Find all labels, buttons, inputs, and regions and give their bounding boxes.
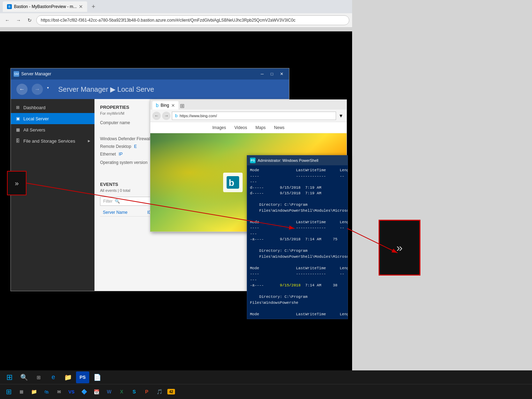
taskbar-bottom-vscode[interactable]: VS bbox=[66, 386, 77, 398]
browser-chrome: B Bastion - MyBastionPreview - m... ✕ + … bbox=[0, 0, 352, 28]
ps-app-icon: PS bbox=[250, 158, 256, 163]
ps-line: Files\WindowsPowerShell\Modules\Microsof… bbox=[250, 208, 345, 214]
search-icon: 🔍 bbox=[115, 199, 120, 204]
prop-label-ethernet: Ethernet bbox=[100, 152, 116, 157]
sidebar-item-dashboard[interactable]: ⊞ Dashboard bbox=[11, 102, 94, 113]
bing-dropdown-button[interactable]: ▾ bbox=[337, 112, 344, 119]
bing-tab-label: Bing bbox=[161, 103, 169, 108]
right-expand-button[interactable]: » bbox=[379, 220, 420, 276]
bing-url-bar[interactable]: b https://www.bing.com/ bbox=[172, 112, 336, 120]
ps-title-bar: PS Administrator: Windows PowerShell bbox=[247, 156, 348, 165]
col-server-name[interactable]: Server Name bbox=[100, 209, 144, 217]
taskbar-bottom-row: ⊞ ▦ 📁 🛍 ✉ VS 🔷 📆 W X S P 🎵 42 bbox=[0, 384, 532, 399]
sidebar-item-label-storage: File and Storage Services bbox=[23, 138, 75, 144]
file-storage-icon: 🗄 bbox=[15, 138, 21, 144]
svg-text:b: b bbox=[229, 178, 234, 188]
ps-line: Mode LastWriteTime Lengt bbox=[250, 219, 345, 225]
forward-button[interactable]: → bbox=[14, 16, 23, 25]
taskbar-bottom-powerpoint[interactable]: P bbox=[141, 386, 153, 398]
left-chevron-icon: » bbox=[15, 179, 18, 187]
taskbar-windows-button[interactable]: ⊞ bbox=[3, 371, 16, 383]
taskbar-bottom-store[interactable]: 🛍 bbox=[40, 386, 52, 398]
ps-line bbox=[250, 288, 345, 294]
breadcrumb-prefix: Server Manager bbox=[58, 85, 108, 93]
prop-label-computer: Computer name bbox=[100, 120, 130, 125]
ps-line: Directory: C:\Program bbox=[250, 248, 345, 254]
refresh-button[interactable]: ↻ bbox=[25, 16, 34, 25]
left-expand-button[interactable]: » bbox=[7, 171, 26, 195]
taskbar-bottom-taskview[interactable]: ▦ bbox=[15, 386, 27, 398]
taskbar-search-button[interactable]: 🔍 bbox=[17, 371, 31, 383]
ps-line: d----- 9/15/2018 7:19 AM bbox=[250, 190, 345, 196]
taskbar-ie-button[interactable]: e bbox=[47, 371, 60, 383]
back-button[interactable]: ← bbox=[3, 16, 12, 25]
bing-nav-maps[interactable]: Maps bbox=[256, 125, 266, 130]
taskbar-bottom-excel[interactable]: X bbox=[116, 386, 128, 398]
taskbar-bottom-skype[interactable]: S bbox=[128, 386, 140, 398]
tab-favicon: B bbox=[7, 4, 12, 9]
powershell-window: PS Administrator: Windows PowerShell Mod… bbox=[247, 155, 348, 319]
bing-tab-close[interactable]: ✕ bbox=[171, 103, 175, 108]
tab-bar: B Bastion - MyBastionPreview - m... ✕ + bbox=[0, 0, 352, 13]
taskbar-powershell-button[interactable]: PS bbox=[76, 371, 89, 383]
sidebar-item-all-servers[interactable]: ▦ All Servers bbox=[11, 124, 94, 135]
taskbar-bottom-word[interactable]: W bbox=[103, 386, 115, 398]
taskbar-task-view-button[interactable]: ⊞ bbox=[32, 371, 45, 383]
sm-forward-button[interactable]: → bbox=[32, 84, 43, 95]
bing-nav-bar: Images Videos Maps News bbox=[150, 122, 347, 133]
browser-tab[interactable]: B Bastion - MyBastionPreview - m... ✕ bbox=[3, 1, 87, 12]
sm-maximize-button[interactable]: □ bbox=[267, 70, 276, 77]
bing-nav-videos[interactable]: Videos bbox=[234, 125, 247, 130]
bing-logo-b: b bbox=[223, 173, 243, 192]
right-chevron-icon: » bbox=[396, 241, 403, 254]
bing-toolbar: ← → b https://www.bing.com/ ▾ bbox=[150, 110, 347, 122]
ps-line: ---- ------------- ----- bbox=[250, 271, 345, 283]
taskbar-bottom-explorer[interactable]: 📁 bbox=[28, 386, 40, 398]
sidebar-item-local-server[interactable]: ▣ Local Server bbox=[11, 113, 94, 124]
taskbar-docs-button[interactable]: 📄 bbox=[91, 371, 104, 383]
ps-line: ---- ------------- ----- bbox=[250, 225, 345, 236]
bing-back-button[interactable]: ← bbox=[152, 112, 161, 120]
bing-forward-button[interactable]: → bbox=[162, 112, 170, 120]
taskbar-bottom-mail[interactable]: ✉ bbox=[53, 386, 65, 398]
bing-tab[interactable]: b Bing ✕ bbox=[152, 101, 178, 110]
url-text: https://bst-c3e7cf82-f361-42cc-a780-5ba9… bbox=[41, 18, 295, 23]
sidebar-item-file-storage[interactable]: 🗄 File and Storage Services bbox=[11, 135, 94, 146]
sm-minimize-button[interactable]: ─ bbox=[258, 70, 267, 77]
taskbar-bottom-windows[interactable]: ⊞ bbox=[3, 386, 15, 398]
sm-header: ← → ▾ Server Manager ▶ Local Serve bbox=[11, 80, 289, 99]
breadcrumb-page: Local Serve bbox=[117, 85, 154, 93]
bing-nav-images[interactable]: Images bbox=[212, 125, 226, 130]
tab-close-button[interactable]: ✕ bbox=[79, 4, 83, 9]
taskbar: ⊞ 🔍 ⊞ e 📁 PS 📄 ⊞ ▦ 📁 🛍 ✉ VS 🔷 📆 W X S P … bbox=[0, 370, 532, 399]
local-server-icon: ▣ bbox=[15, 116, 21, 121]
bing-tab-bar: b Bing ✕ ⊞ bbox=[150, 100, 347, 110]
taskbar-top-row: ⊞ 🔍 ⊞ e 📁 PS 📄 bbox=[0, 370, 532, 384]
ps-line: Mode LastWriteTime Lengt bbox=[250, 311, 345, 317]
new-tab-button[interactable]: + bbox=[89, 2, 98, 12]
taskbar-explorer-button[interactable]: 📁 bbox=[61, 371, 75, 383]
ps-highlight-date: 9/15/2018 bbox=[280, 283, 301, 287]
events-filter-box[interactable]: Filter 🔍 bbox=[100, 197, 156, 206]
bing-url-favicon: b bbox=[175, 113, 177, 118]
ps-line: Directory: C:\Program bbox=[250, 202, 345, 208]
sm-close-button[interactable]: ✕ bbox=[277, 70, 286, 77]
dashboard-icon: ⊞ bbox=[15, 105, 21, 110]
sm-dropdown-button[interactable]: ▾ bbox=[47, 86, 54, 93]
taskbar-bottom-calendar[interactable]: 📆 bbox=[91, 386, 102, 398]
bing-new-tab-button[interactable]: ⊞ bbox=[178, 102, 186, 110]
url-input[interactable]: https://bst-c3e7cf82-f361-42cc-a780-5ba9… bbox=[36, 15, 349, 25]
ps-line bbox=[250, 259, 345, 265]
bing-nav-news[interactable]: News bbox=[274, 125, 284, 130]
taskbar-bottom-media[interactable]: 🎵 bbox=[153, 386, 165, 398]
prop-label-firewall: Windows Defender Firewall bbox=[100, 136, 151, 141]
ps-line bbox=[250, 196, 345, 202]
ps-content[interactable]: Mode LastWriteTime Lengt ---- ----------… bbox=[247, 165, 348, 319]
breadcrumb-arrow: ▶ bbox=[110, 85, 117, 93]
sidebar-item-label-dashboard: Dashboard bbox=[23, 105, 46, 110]
taskbar-bottom-teams[interactable]: 🔷 bbox=[78, 386, 90, 398]
sm-title-text: Server Manager bbox=[21, 71, 256, 76]
sm-back-button[interactable]: ← bbox=[16, 84, 28, 95]
prop-val-remote-desktop: E bbox=[134, 144, 137, 149]
sm-breadcrumb: Server Manager ▶ Local Serve bbox=[58, 85, 154, 93]
